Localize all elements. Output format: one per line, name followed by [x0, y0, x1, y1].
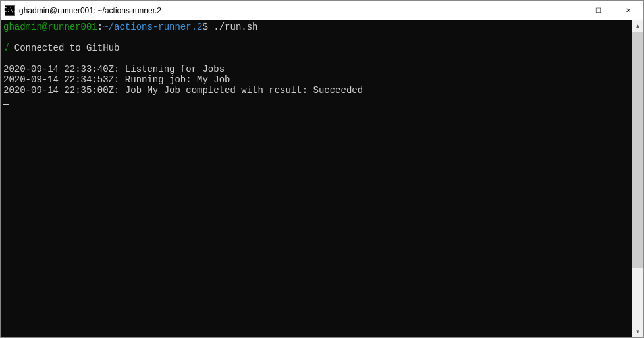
maximize-button[interactable]: ☐: [583, 1, 613, 20]
window-controls: — ☐ ✕: [552, 1, 643, 20]
prompt-sep: :: [97, 22, 103, 32]
window-title: ghadmin@runner001: ~/actions-runner.2: [19, 6, 552, 15]
app-icon: C:\.: [5, 5, 15, 16]
connected-message: Connected to GitHub: [9, 43, 119, 53]
command-text: ./run.sh: [213, 22, 257, 32]
log-line-2: 2020-09-14 22:34:53Z: Running job: My Jo…: [3, 74, 230, 85]
log-line-3: 2020-09-14 22:35:00Z: Job My Job complet…: [3, 85, 363, 96]
terminal-wrapper: ghadmin@runner001:~/actions-runner.2$ ./…: [1, 20, 643, 337]
scrollbar[interactable]: ▲ ▼: [632, 20, 643, 337]
scroll-thumb[interactable]: [632, 32, 643, 268]
scroll-up-button[interactable]: ▲: [632, 20, 643, 32]
scroll-down-button[interactable]: ▼: [632, 326, 643, 337]
titlebar[interactable]: C:\. ghadmin@runner001: ~/actions-runner…: [1, 1, 643, 20]
log-line-1: 2020-09-14 22:33:40Z: Listening for Jobs: [3, 64, 225, 74]
cursor: [3, 104, 9, 105]
terminal[interactable]: ghadmin@runner001:~/actions-runner.2$ ./…: [1, 20, 632, 337]
prompt-path: ~/actions-runner.2: [103, 22, 202, 32]
prompt-symbol: $: [202, 22, 207, 32]
prompt-user-host: ghadmin@runner001: [3, 22, 97, 32]
minimize-button[interactable]: —: [552, 1, 583, 20]
scroll-track[interactable]: [632, 32, 643, 326]
close-button[interactable]: ✕: [613, 1, 643, 20]
